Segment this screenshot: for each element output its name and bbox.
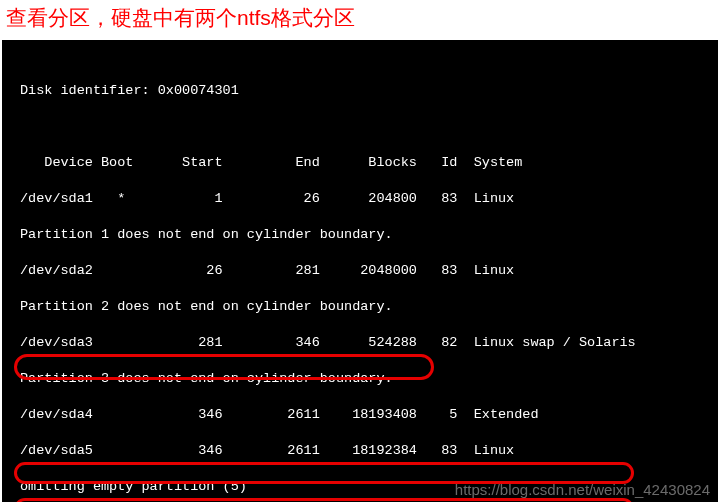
partition-row: /dev/sda3 281 346 524288 82 Linux swap /… (20, 334, 712, 352)
partition-warning: Partition 3 does not end on cylinder bou… (20, 370, 712, 388)
partition-warning: Partition 1 does not end on cylinder bou… (20, 226, 712, 244)
partition-row: /dev/sda2 26 281 2048000 83 Linux (20, 262, 712, 280)
partition-row: /dev/sda5 346 2611 18192384 83 Linux (20, 442, 712, 460)
annotation-text: 查看分区，硬盘中有两个ntfs格式分区 (0, 0, 720, 40)
watermark-text: https://blog.csdn.net/weixin_42430824 (455, 481, 710, 499)
terminal-output: Disk identifier: 0x00074301 Device Boot … (2, 40, 718, 502)
partition-warning: Partition 2 does not end on cylinder bou… (20, 298, 712, 316)
partition-row: /dev/sda4 346 2611 18193408 5 Extended (20, 406, 712, 424)
disk-identifier: Disk identifier: 0x00074301 (20, 82, 712, 100)
partition-table-header: Device Boot Start End Blocks Id System (20, 154, 712, 172)
partition-row: /dev/sda1 * 1 26 204800 83 Linux (20, 190, 712, 208)
blank-line (20, 118, 712, 136)
